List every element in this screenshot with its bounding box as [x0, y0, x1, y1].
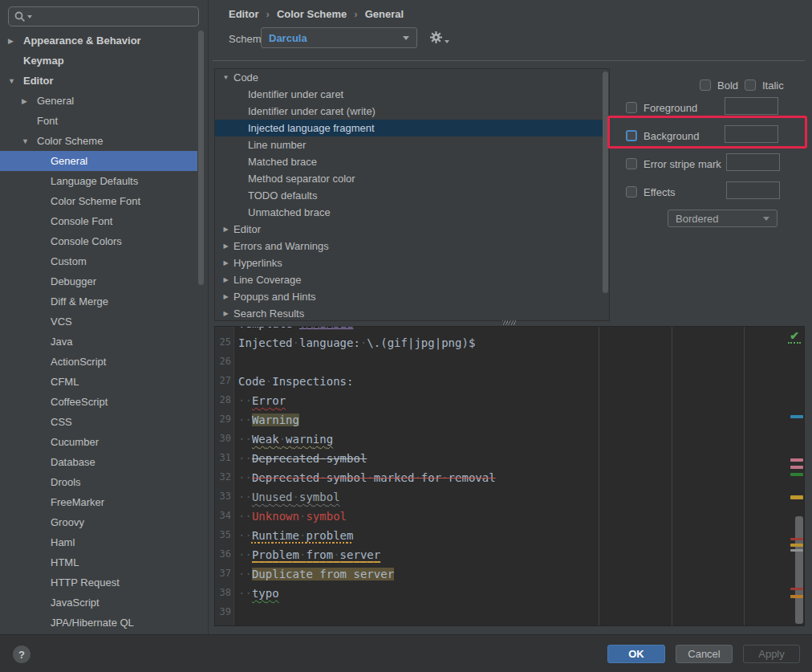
option-item-editor[interactable]: ▶Editor — [215, 221, 609, 238]
sidebar-item-haml[interactable]: Haml — [0, 532, 197, 552]
foreground-color-field[interactable] — [725, 97, 778, 115]
preview-scrollbar-thumb[interactable] — [795, 516, 803, 624]
splitter-grip[interactable] — [502, 320, 516, 325]
chevron-right-icon[interactable]: ▶ — [218, 259, 233, 267]
error-stripe-mark[interactable] — [790, 473, 803, 476]
scheme-select[interactable]: Darcula — [261, 27, 417, 48]
error-stripe-mark[interactable] — [790, 495, 803, 499]
sidebar-item-general[interactable]: ▶General — [0, 91, 197, 111]
sidebar-item-actionscript[interactable]: ActionScript — [0, 352, 197, 372]
italic-checkbox[interactable] — [745, 79, 756, 91]
sidebar-item-editor[interactable]: ▼Editor — [0, 71, 197, 91]
effects-label: Effects — [644, 186, 676, 198]
sidebar-item-vcs[interactable]: VCS — [0, 312, 197, 332]
option-item-matched-brace[interactable]: Matched brace — [215, 153, 609, 170]
sidebar-item-label: Language Defaults — [51, 175, 138, 187]
sidebar-item-console-colors[interactable]: Console Colors — [0, 231, 197, 251]
error-stripe-checkbox[interactable] — [626, 158, 637, 169]
option-item-todo-defaults[interactable]: TODO defaults — [215, 187, 609, 204]
code-segment-plain: Code·Inspections: — [238, 375, 353, 388]
sidebar-item-console-font[interactable]: Console Font — [0, 211, 197, 231]
error-stripe-mark[interactable] — [790, 458, 803, 462]
error-stripe-mark[interactable] — [790, 415, 803, 418]
sidebar-scrollbar-thumb[interactable] — [198, 31, 204, 285]
option-item-line-number[interactable]: Line number — [215, 136, 609, 153]
sidebar-item-keymap[interactable]: Keymap — [0, 51, 197, 71]
sidebar-item-color-scheme-font[interactable]: Color Scheme Font — [0, 191, 197, 211]
sidebar-item-javascript[interactable]: JavaScript — [0, 593, 197, 613]
background-checkbox[interactable] — [626, 130, 637, 141]
search-history-caret-icon[interactable] — [27, 15, 32, 18]
options-scrollbar-thumb[interactable] — [603, 71, 608, 293]
sidebar-item-appearance-behavior[interactable]: ▶Appearance & Behavior — [0, 31, 197, 51]
chevron-right-icon[interactable]: ▶ — [218, 276, 233, 283]
error-stripe-mark[interactable] — [790, 549, 803, 552]
chevron-down-icon[interactable]: ▼ — [8, 77, 23, 85]
chevron-down-icon — [445, 40, 449, 43]
ok-button[interactable]: OK — [607, 645, 665, 663]
option-item-line-coverage[interactable]: ▶Line Coverage — [215, 271, 609, 288]
sidebar-item-cfml[interactable]: CFML — [0, 372, 197, 392]
sidebar-item-debugger[interactable]: Debugger — [0, 271, 197, 291]
sidebar-item-coffeescript[interactable]: CoffeeScript — [0, 392, 197, 412]
chevron-right-icon[interactable]: ▶ — [22, 97, 37, 105]
sidebar-item-java[interactable]: Java — [0, 332, 197, 352]
effects-color-field[interactable] — [726, 181, 780, 199]
error-stripe-color-field[interactable] — [726, 153, 780, 171]
effects-border-select[interactable]: Bordered — [668, 210, 777, 227]
chevron-down-icon[interactable]: ▼ — [22, 137, 37, 145]
sidebar-item-cucumber[interactable]: Cucumber — [0, 432, 197, 452]
help-button[interactable]: ? — [13, 646, 30, 663]
sidebar-item-general[interactable]: General — [0, 151, 197, 171]
sidebar-item-groovy[interactable]: Groovy — [0, 512, 197, 532]
sidebar-item-database[interactable]: Database — [0, 452, 197, 472]
chevron-right-icon[interactable]: ▶ — [218, 310, 233, 317]
error-stripe-mark[interactable] — [790, 466, 803, 469]
option-item-search-results[interactable]: ▶Search Results — [215, 305, 609, 321]
option-item-identifier-under-caret-write[interactable]: Identifier under caret (write) — [215, 103, 609, 120]
option-item-hyperlinks[interactable]: ▶Hyperlinks — [215, 255, 609, 271]
option-item-injected-language-fragment[interactable]: Injected language fragment — [215, 120, 609, 136]
whitespace-dot: · — [441, 471, 448, 484]
foreground-checkbox[interactable] — [626, 102, 637, 113]
option-item-unmatched-brace[interactable]: Unmatched brace — [215, 204, 609, 221]
code-segment-duplicate: Duplicate·from·server — [252, 568, 394, 580]
sidebar-item-http-request[interactable]: HTTP Request — [0, 572, 197, 593]
error-stripe-mark[interactable] — [790, 538, 803, 540]
sidebar-item-freemarker[interactable]: FreeMarker — [0, 492, 197, 512]
error-stripe-mark[interactable] — [790, 595, 803, 598]
option-item-code[interactable]: ▼Code — [215, 69, 609, 86]
italic-label: Italic — [762, 79, 784, 92]
chevron-right-icon[interactable]: ▶ — [218, 293, 233, 300]
error-stripe-mark[interactable] — [790, 588, 803, 590]
sidebar-item-diff-merge[interactable]: Diff & Merge — [0, 291, 197, 312]
background-color-field[interactable] — [725, 125, 778, 143]
scheme-actions-button[interactable] — [429, 31, 449, 44]
sidebar-item-language-defaults[interactable]: Language Defaults — [0, 171, 197, 191]
code-segment-typo: typo — [252, 587, 279, 600]
option-item-errors-and-warnings[interactable]: ▶Errors and Warnings — [215, 238, 609, 255]
chevron-right-icon[interactable]: ▶ — [218, 226, 233, 233]
option-item-method-separator-color[interactable]: Method separator color — [215, 170, 609, 187]
sidebar-item-font[interactable]: Font — [0, 111, 197, 131]
preview-viewport[interactable]: 24252627282930313233343536373839 Templat… — [215, 327, 804, 625]
breadcrumb-part-color-scheme[interactable]: Color Scheme — [277, 8, 347, 20]
chevron-right-icon[interactable]: ▶ — [218, 242, 233, 250]
sidebar-item-custom[interactable]: Custom — [0, 251, 197, 271]
effects-checkbox[interactable] — [626, 186, 637, 198]
error-stripe-mark[interactable] — [790, 544, 803, 547]
sidebar-item-html[interactable]: HTML — [0, 552, 197, 572]
sidebar-item-color-scheme[interactable]: ▼Color Scheme — [0, 131, 197, 151]
breadcrumb-part-general[interactable]: General — [365, 8, 404, 20]
chevron-right-icon[interactable]: ▶ — [8, 37, 23, 45]
breadcrumb-part-editor[interactable]: Editor — [229, 8, 259, 20]
option-item-identifier-under-caret[interactable]: Identifier under caret — [215, 86, 609, 103]
sidebar-item-jpa-hibernate-ql[interactable]: JPA/Hibernate QL — [0, 613, 197, 633]
sidebar-item-css[interactable]: CSS — [0, 412, 197, 432]
chevron-down-icon[interactable]: ▼ — [218, 74, 233, 81]
bold-checkbox[interactable] — [700, 79, 711, 91]
cancel-button[interactable]: Cancel — [676, 645, 733, 663]
search-input[interactable] — [8, 6, 199, 26]
option-item-popups-and-hints[interactable]: ▶Popups and Hints — [215, 288, 609, 305]
sidebar-item-drools[interactable]: Drools — [0, 472, 197, 492]
